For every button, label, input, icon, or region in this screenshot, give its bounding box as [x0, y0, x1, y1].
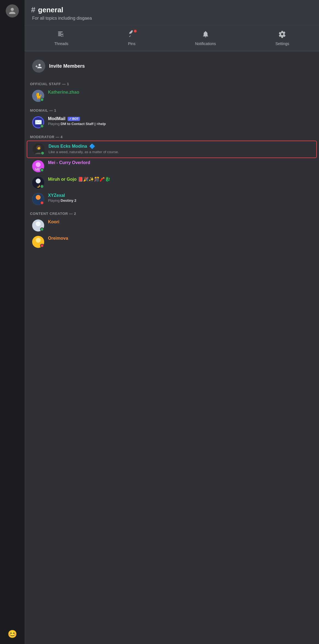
- pins-icon: [128, 30, 136, 40]
- member-info-xyzexal: XYZexalPlaying Destiny 2: [48, 193, 312, 203]
- settings-icon: [278, 30, 286, 40]
- member-name-miruh: Miruh or Gojo 📕🎉✨🎊🧨🐉: [48, 177, 110, 182]
- avatar-wrapper-modmail: ✉️: [32, 116, 44, 128]
- status-dot-modmail: [40, 124, 44, 128]
- channel-hash-icon: #: [31, 5, 35, 14]
- svg-text:🌙: 🌙: [37, 184, 40, 188]
- invite-members-button[interactable]: Invite Members: [29, 57, 315, 75]
- channel-description: For all topics including disgaea: [32, 16, 312, 21]
- avatar-wrapper-koori: [32, 219, 44, 232]
- role-section-moderator: MODERATOR — 4🧑Deus Ecks Modina🔷Like a we…: [25, 133, 319, 207]
- status-dot-mei: [40, 168, 44, 172]
- status-dot-miruh: [40, 185, 44, 188]
- threads-label: Threads: [54, 41, 68, 46]
- member-activity-xyzexal: Playing Destiny 2: [48, 198, 312, 203]
- role-section-official-staff: OFFICIAL STAFF — 1🐈Katherine.zhao: [25, 80, 319, 104]
- notifications-icon: [202, 30, 209, 40]
- member-name-katherine: Katherine.zhao: [48, 90, 79, 95]
- member-name-row-xyzexal: XYZexal: [48, 193, 312, 198]
- member-name-koori: Koori: [48, 219, 59, 224]
- role-header-official-staff: OFFICIAL STAFF — 1: [25, 80, 319, 88]
- role-section-modmail: MODMAIL — 1✉️ModMail✓ BOTPlaying DM to C…: [25, 106, 319, 130]
- channel-title-row: # general: [31, 5, 312, 14]
- member-row-koori[interactable]: Koori: [27, 217, 317, 234]
- invite-avatar: [32, 60, 45, 73]
- role-header-modmail: MODMAIL — 1: [25, 106, 319, 114]
- member-name-xyzexal: XYZexal: [48, 193, 65, 198]
- toolbar-notifications[interactable]: Notifications: [189, 28, 221, 48]
- channel-name: general: [38, 6, 64, 14]
- member-name-row-miruh: Miruh or Gojo 📕🎉✨🎊🧨🐉: [48, 177, 312, 182]
- member-info-modmail: ModMail✓ BOTPlaying DM to Contact Staff …: [48, 116, 312, 126]
- avatar-wrapper-miruh: 🌙: [32, 177, 44, 189]
- notifications-label: Notifications: [195, 41, 216, 46]
- member-row-mei[interactable]: MEIMei - Curry Overlord: [27, 158, 317, 174]
- member-info-deus: Deus Ecks Modina🔷Like a weed, naturally,…: [49, 143, 312, 154]
- settings-label: Settings: [275, 41, 289, 46]
- member-row-katherine[interactable]: 🐈Katherine.zhao: [27, 88, 317, 104]
- avatar-wrapper-deus: 🧑: [33, 143, 45, 155]
- member-name-modmail: ModMail: [48, 116, 65, 121]
- toolbar: Threads Pins Notifications: [25, 25, 319, 51]
- avatar-wrapper-oreimova: [32, 236, 44, 248]
- role-icon-deus: 🔷: [89, 143, 95, 149]
- emoji-face: 😊: [8, 630, 17, 639]
- member-name-row-mei: Mei - Curry Overlord: [48, 160, 312, 165]
- member-name-row-modmail: ModMail✓ BOT: [48, 116, 312, 121]
- toolbar-threads[interactable]: Threads: [49, 28, 74, 48]
- status-dot-deus: [41, 151, 44, 155]
- member-name-oreimova: Oreimova: [48, 236, 68, 241]
- svg-point-14: [36, 221, 41, 226]
- channel-header: # general For all topics including disga…: [25, 0, 319, 25]
- role-section-content-creator: CONTENT CREATOR — 2KooriOreimova: [25, 209, 319, 250]
- svg-point-9: [36, 179, 41, 183]
- member-name-row-oreimova: Oreimova: [48, 236, 312, 241]
- user-avatar[interactable]: [6, 4, 19, 17]
- status-dot-oreimova: [40, 244, 44, 248]
- member-row-xyzexal[interactable]: XYZexalPlaying Destiny 2: [27, 191, 317, 207]
- member-info-mei: Mei - Curry Overlord: [48, 160, 312, 165]
- member-activity-deus: Like a weed, naturally, as a matter of c…: [49, 150, 312, 154]
- role-header-content-creator: CONTENT CREATOR — 2: [25, 209, 319, 217]
- member-info-koori: Koori: [48, 219, 312, 224]
- svg-point-12: [36, 195, 41, 200]
- pin-notification-dot: [134, 30, 137, 32]
- member-name-deus: Deus Ecks Modina: [49, 144, 87, 149]
- invite-label: Invite Members: [49, 63, 85, 69]
- status-dot-koori: [40, 227, 44, 231]
- status-dot-xyzexal: [40, 201, 44, 205]
- avatar-wrapper-xyzexal: [32, 193, 44, 205]
- member-name-mei: Mei - Curry Overlord: [48, 160, 90, 165]
- member-name-row-katherine: Katherine.zhao: [48, 90, 312, 95]
- avatar-wrapper-mei: MEI: [32, 160, 44, 172]
- member-row-deus[interactable]: 🧑Deus Ecks Modina🔷Like a weed, naturally…: [27, 141, 317, 158]
- member-sections-container: OFFICIAL STAFF — 1🐈Katherine.zhaoMODMAIL…: [25, 80, 319, 250]
- role-header-moderator: MODERATOR — 4: [25, 133, 319, 141]
- member-name-row-koori: Koori: [48, 219, 312, 224]
- member-info-oreimova: Oreimova: [48, 236, 312, 241]
- svg-point-6: [36, 162, 41, 167]
- pins-label: Pins: [128, 41, 135, 46]
- svg-point-16: [36, 238, 41, 243]
- left-sidebar: 😊: [0, 0, 25, 644]
- member-row-modmail[interactable]: ✉️ModMail✓ BOTPlaying DM to Contact Staf…: [27, 114, 317, 130]
- invite-section: Invite Members: [25, 55, 319, 80]
- main-panel: # general For all topics including disga…: [25, 0, 319, 644]
- member-info-miruh: Miruh or Gojo 📕🎉✨🎊🧨🐉: [48, 177, 312, 182]
- threads-icon: [58, 30, 65, 40]
- toolbar-pins[interactable]: Pins: [122, 28, 141, 48]
- toolbar-settings[interactable]: Settings: [270, 28, 295, 48]
- member-list: Invite Members OFFICIAL STAFF — 1🐈Kather…: [25, 51, 319, 644]
- member-activity-modmail: Playing DM to Contact Staff | =help: [48, 122, 312, 126]
- member-row-oreimova[interactable]: Oreimova: [27, 234, 317, 250]
- svg-text:🧑: 🧑: [37, 146, 41, 150]
- member-row-miruh[interactable]: 🌙Miruh or Gojo 📕🎉✨🎊🧨🐉: [27, 174, 317, 191]
- status-dot-katherine: [40, 98, 44, 102]
- member-name-row-deus: Deus Ecks Modina🔷: [49, 143, 312, 149]
- avatar-wrapper-katherine: 🐈: [32, 90, 44, 102]
- bot-badge-modmail: ✓ BOT: [68, 117, 80, 121]
- member-info-katherine: Katherine.zhao: [48, 90, 312, 95]
